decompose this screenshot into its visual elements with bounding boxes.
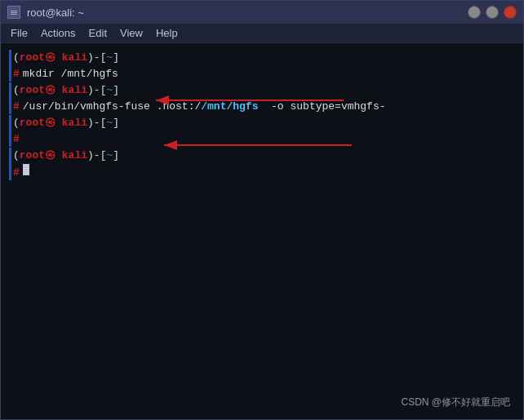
terminal-cursor [23,164,29,175]
prompt-path: ~ [106,82,113,99]
bracket: )-[ [87,50,106,66]
menu-bar: File Actions Edit View Help [1,24,523,43]
bracket: ( [13,148,20,164]
cmd-line: # [13,164,515,181]
hash: # [13,66,20,82]
terminal-block-4: (root㉿ kali)-[~] # [9,148,515,180]
prompt-path: ~ [106,115,113,131]
menu-actions[interactable]: Actions [34,25,82,41]
hash: # [13,165,20,181]
terminal-block-3: (root㉿ kali)-[~] # [9,115,515,147]
window-title: root@kali: ~ [27,7,84,19]
prompt-content: (root㉿ kali)-[~] # mkdir /mnt/hgfs [13,50,515,82]
title-bar: root@kali: ~ [1,1,523,24]
left-border [9,50,11,82]
terminal-window: root@kali: ~ File Actions Edit View Help… [0,0,524,420]
bracket: )-[ [87,148,106,164]
menu-view[interactable]: View [113,25,149,41]
bracket: ] [113,82,119,99]
prompt-line: (root㉿ kali)-[~] [13,115,515,131]
bracket: ] [113,148,119,164]
terminal-block-1: (root㉿ kali)-[~] # mkdir /mnt/hgfs [9,50,515,82]
maximize-button[interactable] [486,6,499,19]
terminal-block-2: (root㉿ kali)-[~] # /usr/bin/vmhgfs-fuse … [9,82,515,114]
prompt-content: (root㉿ kali)-[~] # [13,148,515,180]
bracket: )-[ [87,115,106,131]
menu-edit[interactable]: Edit [82,25,113,41]
watermark: CSDN @修不好就重启吧 [401,395,510,409]
bracket: ] [113,115,119,131]
window-icon [7,6,20,19]
user-host: root㉿ kali [20,82,87,99]
menu-help[interactable]: Help [149,25,184,41]
prompt-line: (root㉿ kali)-[~] [13,50,515,66]
cmd-text: -o subtype=vmhgfs- [258,99,385,115]
window-controls [468,6,517,19]
cmd-highlight: /mnt/hgfs [201,99,258,115]
terminal-area[interactable]: (root㉿ kali)-[~] # mkdir /mnt/hgfs (root… [1,43,523,419]
prompt-line: (root㉿ kali)-[~] [13,82,515,99]
prompt-path: ~ [106,148,113,164]
prompt-line: (root㉿ kali)-[~] [13,148,515,164]
cmd-line: # mkdir /mnt/hgfs [13,66,515,82]
cmd-text: mkdir /mnt/hgfs [23,66,118,82]
title-bar-left: root@kali: ~ [7,6,84,19]
svg-rect-1 [11,12,17,13]
user-host: root㉿ kali [20,115,87,131]
left-border [9,148,11,180]
close-button[interactable] [504,6,517,19]
prompt-path: ~ [106,50,113,66]
bracket: ( [13,82,20,99]
bracket: ] [113,50,119,66]
prompt-content: (root㉿ kali)-[~] # [13,115,515,147]
user-host: root㉿ kali [20,148,87,164]
cmd-line: # /usr/bin/vmhgfs-fuse .host:/ /mnt/hgfs… [13,99,515,115]
hash: # [13,99,20,115]
menu-file[interactable]: File [4,25,34,41]
hash: # [13,131,20,148]
svg-rect-0 [11,11,17,11]
bracket: )-[ [87,82,106,99]
user-host: root㉿ kali [20,50,87,66]
minimize-button[interactable] [468,6,481,19]
left-border [9,82,11,114]
prompt-content: (root㉿ kali)-[~] # /usr/bin/vmhgfs-fuse … [13,82,515,114]
svg-rect-2 [11,14,17,15]
left-border [9,115,11,147]
bracket: ( [13,115,20,131]
cmd-text: /usr/bin/vmhgfs-fuse .host:/ [23,99,201,115]
bracket: ( [13,50,20,66]
cmd-line: # [13,131,515,148]
